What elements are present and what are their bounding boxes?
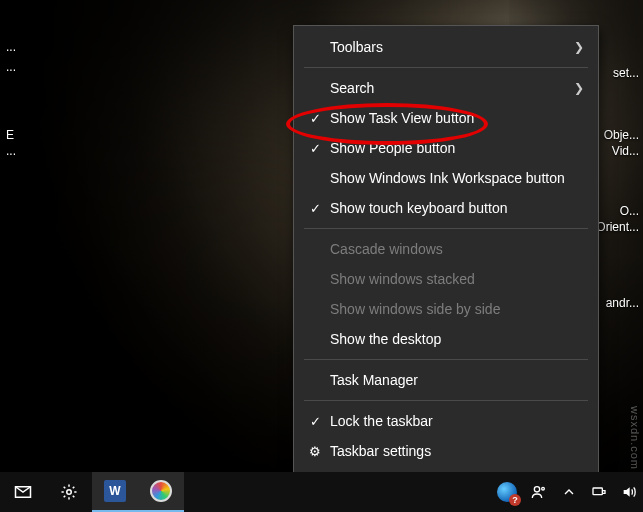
status-badge: ? — [509, 494, 521, 506]
desktop-label[interactable]: O... — [620, 204, 639, 218]
menu-separator — [304, 67, 588, 68]
menu-label: Lock the taskbar — [326, 413, 584, 429]
menu-separator — [304, 228, 588, 229]
desktop-label[interactable]: E — [6, 128, 14, 142]
svg-point-0 — [67, 490, 72, 495]
svg-point-1 — [534, 487, 539, 492]
menu-label: Taskbar settings — [326, 443, 584, 459]
volume-icon[interactable] — [621, 484, 637, 500]
menu-label: Show windows side by side — [326, 301, 584, 317]
desktop-label[interactable]: Vid... — [612, 144, 639, 158]
desktop-label[interactable]: ... — [6, 60, 16, 74]
check-icon: ✓ — [304, 111, 326, 126]
word-app-button[interactable]: W — [92, 472, 138, 512]
menu-item-lock-taskbar[interactable]: ✓ Lock the taskbar — [294, 406, 598, 436]
menu-label: Show the desktop — [326, 331, 584, 347]
settings-app-button[interactable] — [46, 472, 92, 512]
chevron-right-icon: ❯ — [574, 81, 584, 95]
desktop-label[interactable]: set... — [613, 66, 639, 80]
word-icon: W — [104, 480, 126, 502]
desktop-label[interactable]: ... — [6, 40, 16, 54]
menu-label: Show touch keyboard button — [326, 200, 584, 216]
people-icon[interactable] — [531, 484, 547, 500]
chevron-right-icon: ❯ — [574, 40, 584, 54]
menu-label: Task Manager — [326, 372, 584, 388]
mail-icon — [14, 483, 32, 501]
taskbar-context-menu: Toolbars ❯ Search ❯ ✓ Show Task View but… — [293, 25, 599, 473]
network-internet-icon[interactable]: ? — [497, 482, 517, 502]
menu-item-show-people[interactable]: ✓ Show People button — [294, 133, 598, 163]
paint-app-button[interactable] — [138, 472, 184, 512]
menu-item-cascade: Cascade windows — [294, 234, 598, 264]
menu-label: Show Windows Ink Workspace button — [326, 170, 584, 186]
watermark: wsxdn.com — [629, 406, 641, 470]
menu-item-search[interactable]: Search ❯ — [294, 73, 598, 103]
menu-item-show-touch-keyboard[interactable]: ✓ Show touch keyboard button — [294, 193, 598, 223]
menu-item-show-ink[interactable]: Show Windows Ink Workspace button — [294, 163, 598, 193]
menu-label: Show People button — [326, 140, 584, 156]
check-icon: ✓ — [304, 141, 326, 156]
system-tray: ? — [491, 482, 643, 502]
desktop-label[interactable]: andr... — [606, 296, 639, 310]
desktop-label[interactable]: Obje... — [604, 128, 639, 142]
taskbar: W ? — [0, 472, 643, 512]
menu-item-side-by-side: Show windows side by side — [294, 294, 598, 324]
desktop-label[interactable]: ... — [6, 144, 16, 158]
menu-label: Search — [326, 80, 574, 96]
gear-icon — [60, 483, 78, 501]
menu-label: Cascade windows — [326, 241, 584, 257]
desktop-label[interactable]: Orient... — [596, 220, 639, 234]
menu-item-show-task-view[interactable]: ✓ Show Task View button — [294, 103, 598, 133]
menu-label: Show Task View button — [326, 110, 584, 126]
menu-item-task-manager[interactable]: Task Manager — [294, 365, 598, 395]
menu-item-toolbars[interactable]: Toolbars ❯ — [294, 32, 598, 62]
network-icon[interactable] — [591, 484, 607, 500]
mail-app-button[interactable] — [0, 472, 46, 512]
menu-label: Toolbars — [326, 39, 574, 55]
menu-label: Show windows stacked — [326, 271, 584, 287]
svg-rect-3 — [593, 488, 602, 495]
menu-item-stacked: Show windows stacked — [294, 264, 598, 294]
menu-item-show-desktop[interactable]: Show the desktop — [294, 324, 598, 354]
menu-separator — [304, 400, 588, 401]
menu-separator — [304, 359, 588, 360]
menu-item-taskbar-settings[interactable]: ⚙ Taskbar settings — [294, 436, 598, 466]
check-icon: ✓ — [304, 414, 326, 429]
palette-icon — [150, 480, 172, 502]
svg-point-2 — [542, 487, 545, 490]
check-icon: ✓ — [304, 201, 326, 216]
gear-icon: ⚙ — [304, 444, 326, 459]
tray-chevron-up-icon[interactable] — [561, 484, 577, 500]
